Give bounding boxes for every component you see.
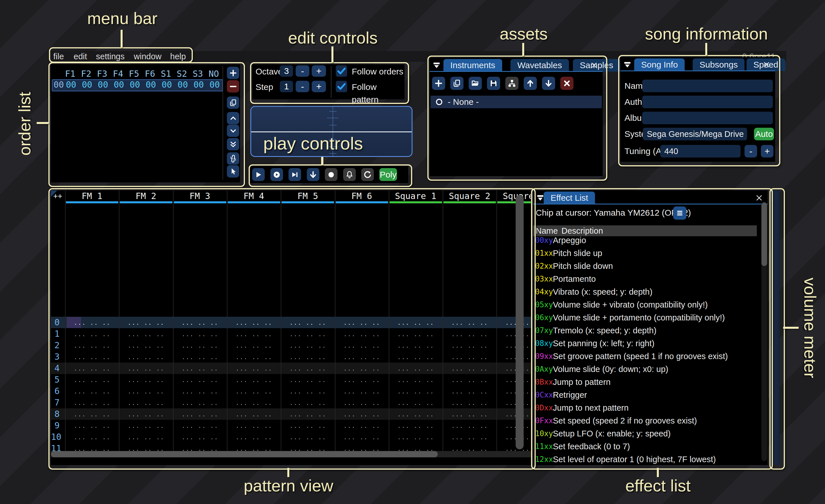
pattern-cell[interactable]: ... .. .. ....	[497, 328, 531, 340]
channel-header-square-1[interactable]: Square 1	[389, 190, 443, 202]
order-duplicate-button[interactable]	[227, 96, 239, 109]
pattern-cell[interactable]: ... .. .. ....	[281, 362, 334, 374]
pattern-cell[interactable]: ... .. .. ....	[443, 397, 497, 408]
menu-item-edit[interactable]: edit	[74, 51, 87, 62]
order-value[interactable]: 00	[159, 80, 175, 90]
pattern-cell[interactable]: ... .. .. ....	[497, 386, 531, 397]
octave-minus-button[interactable]: -	[296, 65, 309, 77]
system-select[interactable]: Sega Genesis/Mega Drive	[643, 128, 747, 140]
tuning-minus-button[interactable]: -	[745, 145, 757, 158]
order-value[interactable]: 00	[95, 80, 111, 90]
pattern-cell[interactable]: ... .. .. ....	[227, 340, 281, 351]
pattern-cell[interactable]: ... .. .. ....	[65, 408, 119, 420]
pattern-cell[interactable]: ... .. .. ....	[497, 408, 531, 420]
pattern-cell[interactable]: ... .. .. ....	[443, 374, 497, 386]
pattern-cell[interactable]: ... .. .. ....	[281, 431, 334, 443]
pattern-cell[interactable]: ... .. .. ....	[497, 351, 531, 362]
pattern-cell[interactable]: ... .. .. ....	[281, 420, 334, 431]
order-chevrons-down-button[interactable]	[227, 138, 239, 150]
order-value[interactable]: 00	[191, 80, 207, 90]
channel-header-fm-5[interactable]: FM 5	[281, 190, 334, 202]
pattern-cell[interactable]: ... .. .. ....	[389, 351, 443, 362]
pattern-cell[interactable]: ... .. .. ....	[173, 397, 227, 408]
pattern-cell[interactable]: ... .. .. ....	[389, 374, 443, 386]
bell-button[interactable]	[343, 168, 356, 181]
pattern-cell[interactable]: ... .. .. ....	[335, 420, 389, 431]
pattern-cell[interactable]: ... .. .. ....	[281, 340, 334, 351]
pattern-cell[interactable]: ... .. .. ....	[119, 328, 173, 340]
tab-song-info[interactable]: Song Info	[634, 59, 685, 71]
step-plus-button[interactable]: +	[312, 81, 326, 92]
pattern-cell[interactable]: ... .. .. ....	[497, 317, 531, 328]
octave-plus-button[interactable]: +	[312, 65, 326, 77]
assets-tree-button[interactable]	[505, 77, 519, 90]
pattern-cell[interactable]: ... .. .. ....	[65, 397, 119, 408]
name-input[interactable]	[642, 80, 773, 92]
pattern-cell[interactable]: ... .. .. ....	[65, 351, 119, 362]
hamburger-menu-button[interactable]	[673, 206, 686, 220]
close-icon[interactable]	[589, 60, 599, 70]
pattern-cell[interactable]: ... .. .. ....	[497, 340, 531, 351]
pattern-cell[interactable]: ... .. .. ....	[389, 420, 443, 431]
record-button[interactable]	[325, 168, 338, 181]
order-value[interactable]: 00	[111, 80, 127, 90]
menu-item-settings[interactable]: settings	[96, 51, 125, 62]
play-button[interactable]	[252, 168, 265, 181]
pattern-cell[interactable]: ... .. .. ....	[227, 397, 281, 408]
pattern-cell[interactable]: ... .. .. ....	[443, 340, 497, 351]
assets-save-button[interactable]	[487, 77, 500, 90]
pattern-cell[interactable]: ... .. .. ....	[443, 362, 497, 374]
pattern-cell[interactable]: ... .. .. ....	[119, 386, 173, 397]
pattern-cell[interactable]: ... .. .. ....	[497, 374, 531, 386]
pattern-cell[interactable]: ... .. .. ....	[173, 386, 227, 397]
pattern-cell[interactable]: ... .. .. ....	[173, 317, 227, 328]
assets-folder-open-button[interactable]	[469, 77, 482, 90]
pattern-cell[interactable]: ... .. .. ....	[119, 397, 173, 408]
arrow-down-button[interactable]	[307, 168, 319, 181]
pattern-cell[interactable]: ... .. .. ....	[443, 386, 497, 397]
pattern-cell[interactable]: ... .. .. ....	[335, 340, 389, 351]
pattern-cell[interactable]: ... .. .. ....	[389, 408, 443, 420]
pattern-cell[interactable]: ... .. .. ....	[335, 397, 389, 408]
order-value[interactable]: 00	[63, 80, 79, 90]
pattern-cell[interactable]: ... .. .. ....	[335, 386, 389, 397]
pattern-cell[interactable]: ... .. .. ....	[281, 351, 334, 362]
pattern-cell[interactable]: ... .. .. ....	[227, 431, 281, 443]
assets-arrow-down-button[interactable]	[542, 77, 555, 90]
tab-effect-list[interactable]: Effect List	[544, 191, 595, 204]
step-value[interactable]: 1	[280, 81, 293, 92]
channel-header-square-2[interactable]: Square 2	[443, 190, 497, 202]
play-pattern-button[interactable]	[271, 168, 283, 181]
pattern-cell[interactable]: ... .. .. ....	[497, 420, 531, 431]
pattern-cell[interactable]: ... .. .. ....	[281, 374, 334, 386]
order-minus-button[interactable]	[227, 80, 239, 92]
pattern-cell[interactable]: ... .. .. ....	[335, 362, 389, 374]
pattern-cell[interactable]: ... .. .. ....	[443, 408, 497, 420]
pattern-cell[interactable]: ... .. .. ....	[227, 420, 281, 431]
pattern-cell[interactable]: ... .. .. ....	[389, 362, 443, 374]
pattern-cell[interactable]: ... .. .. ....	[227, 408, 281, 420]
order-cursor-button[interactable]	[227, 165, 239, 178]
order-value[interactable]: 00	[79, 80, 95, 90]
pattern-cell[interactable]: ... .. .. ....	[227, 374, 281, 386]
pattern-cell[interactable]: ... .. .. ....	[281, 386, 334, 397]
follow-pattern-checkbox[interactable]	[336, 81, 347, 92]
pattern-cell[interactable]: ... .. .. ....	[173, 351, 227, 362]
pattern-cell[interactable]: ... .. .. ....	[119, 351, 173, 362]
pattern-cell[interactable]: ... .. .. ....	[389, 328, 443, 340]
pattern-cell[interactable]: ... .. .. ....	[65, 362, 119, 374]
order-chevron-up-button[interactable]	[227, 112, 239, 124]
author-input[interactable]	[642, 96, 773, 108]
pattern-cell[interactable]: ... .. .. ....	[443, 351, 497, 362]
pattern-cell[interactable]: ... .. .. ....	[119, 340, 173, 351]
order-unlink-button[interactable]	[227, 152, 239, 165]
follow-orders-checkbox[interactable]	[336, 65, 347, 77]
pattern-cell[interactable]: ... .. .. ....	[497, 362, 531, 374]
close-icon[interactable]	[761, 60, 772, 70]
tab-subsongs[interactable]: Subsongs	[693, 59, 745, 71]
pattern-cell[interactable]: ... .. .. ....	[335, 431, 389, 443]
pattern-cell[interactable]: ... .. .. ....	[65, 386, 119, 397]
pattern-cell[interactable]: ... .. .. ....	[227, 386, 281, 397]
pattern-cell[interactable]: ... .. .. ....	[173, 408, 227, 420]
pattern-cell[interactable]: ... .. .. ....	[227, 317, 281, 328]
